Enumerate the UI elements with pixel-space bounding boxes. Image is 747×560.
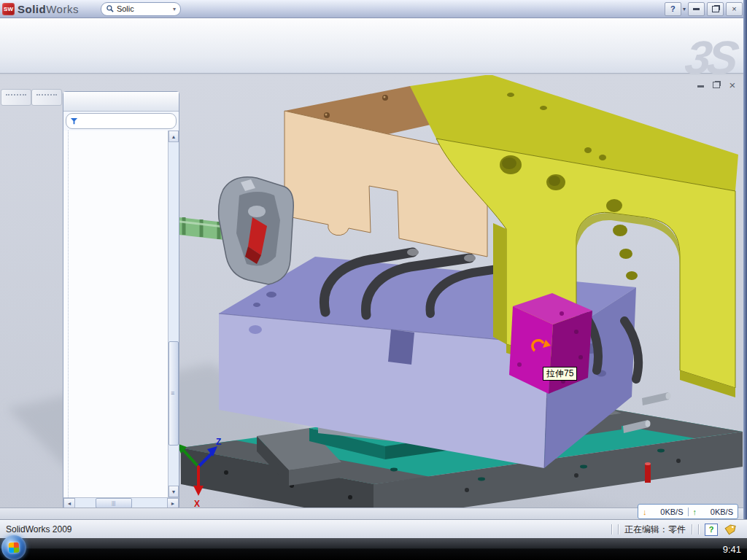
- part-insert-clamp[interactable]: [166, 177, 293, 284]
- brand-bold: Solid: [18, 3, 46, 15]
- features-toolbar: [1, 89, 31, 106]
- tree-filter-input[interactable]: [66, 113, 177, 129]
- search-value: Solic: [117, 4, 134, 13]
- status-text: SolidWorks 2009: [6, 524, 72, 534]
- search-icon: [106, 4, 115, 13]
- taskbar: 9:41: [0, 538, 747, 560]
- model-tab-bar: [0, 508, 743, 520]
- tree-vertical-scrollbar[interactable]: ▲ ▼: [168, 131, 179, 497]
- quick-tips-button[interactable]: ?: [705, 524, 718, 536]
- help-caret-icon[interactable]: ▾: [683, 6, 686, 12]
- triad-z-label: Z: [216, 437, 221, 447]
- feature-tooltip: 拉伸75: [543, 367, 577, 381]
- ds-watermark: 3S: [682, 31, 738, 85]
- hscroll-thumb[interactable]: [96, 498, 132, 508]
- scroll-right-button[interactable]: ►: [167, 498, 179, 508]
- feature-manager-tabs: [63, 92, 179, 112]
- system-tray: 9:41: [720, 544, 747, 555]
- status-bar: SolidWorks 2009 正在编辑：零件 ?: [0, 519, 747, 539]
- toolbar-grip[interactable]: [36, 94, 57, 99]
- scroll-thumb[interactable]: [169, 341, 179, 446]
- app-brand: SolidWorks: [18, 3, 79, 15]
- taskbar-clock: 9:41: [723, 544, 741, 555]
- command-manager: 3S: [0, 18, 747, 74]
- tag-icon[interactable]: [724, 524, 737, 535]
- window-controls: ? ▾ ×: [665, 2, 747, 16]
- editing-status: 正在编辑：零件: [624, 524, 686, 536]
- windows-flag-icon: [9, 542, 20, 553]
- toolbar-grip[interactable]: [6, 94, 26, 99]
- scroll-down-button[interactable]: ▼: [169, 486, 179, 497]
- download-arrow-icon: ↓: [643, 508, 647, 516]
- restore-button[interactable]: [707, 2, 724, 16]
- solidworks-logo-icon: SW: [2, 3, 15, 15]
- search-caret-icon[interactable]: ▾: [173, 6, 176, 12]
- upload-arrow-icon: ↑: [693, 508, 697, 516]
- search-input[interactable]: Solic ▾: [101, 2, 181, 16]
- tab-nav-buttons: [63, 508, 66, 520]
- titlebar: SW SolidWorks Solic ▾ ? ▾ ×: [0, 0, 747, 18]
- download-speed: 0KB/S: [651, 508, 684, 516]
- tree-horizontal-scrollbar[interactable]: ◄ ►: [63, 497, 179, 508]
- surfaces-toolbar: [31, 89, 62, 106]
- scroll-left-button[interactable]: ◄: [63, 498, 75, 508]
- upload-speed: 0KB/S: [701, 508, 733, 516]
- close-button[interactable]: ×: [726, 2, 743, 16]
- network-speed-widget: ↓ 0KB/S ↑ 0KB/S: [638, 504, 738, 519]
- brand-light: Works: [46, 3, 79, 15]
- minimize-button[interactable]: [688, 2, 705, 16]
- filter-funnel-icon: [70, 117, 78, 125]
- feature-manager-panel: ▲ ▼ ◄ ►: [63, 91, 179, 509]
- feature-tree: [68, 131, 168, 497]
- window-frame-right: [743, 0, 747, 538]
- help-button[interactable]: ?: [665, 2, 681, 16]
- start-button[interactable]: [1, 535, 26, 560]
- scroll-up-button[interactable]: ▲: [169, 131, 179, 142]
